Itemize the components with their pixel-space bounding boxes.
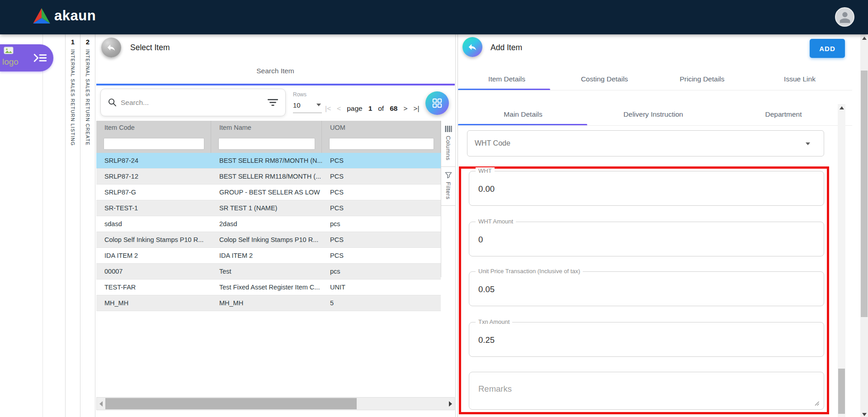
table-cell: BEST SELLER RM87/MONTH (N... — [211, 157, 322, 164]
user-avatar[interactable] — [835, 7, 854, 27]
header-item-name[interactable]: Item Name — [211, 121, 322, 134]
tab-issue-link[interactable]: Issue Link — [751, 72, 849, 90]
table-cell: SRLP87-24 — [96, 157, 211, 164]
item-name-filter-input[interactable] — [218, 138, 315, 150]
field-txn-amount[interactable]: Txn Amount0.25 — [469, 322, 824, 357]
tab-item-details[interactable]: Item Details — [458, 72, 556, 90]
resize-handle-icon[interactable] — [814, 401, 820, 406]
table-row-sr-test-1[interactable]: SR-TEST-1SR TEST 1 (NAME)PCS — [96, 200, 441, 216]
workspace-tab-number: 1 — [66, 34, 80, 46]
scroll-up-button[interactable] — [840, 106, 844, 109]
scroll-right-button[interactable] — [446, 398, 454, 410]
table-row-colop-self-inking-stamps-p10-r[interactable]: Colop Self Inking Stamps P10 R...Colop S… — [96, 232, 441, 248]
columns-control[interactable]: Columns — [445, 125, 452, 161]
table-cell: SR TEST 1 (NAME) — [211, 204, 322, 212]
of-word: of — [378, 104, 384, 113]
tab-search-item[interactable]: Search Item — [95, 67, 455, 75]
last-page-button[interactable]: >| — [414, 104, 420, 113]
table-cell: GROUP - BEST SELLER AS LOW ... — [211, 189, 322, 196]
grid-view-button[interactable] — [425, 91, 449, 115]
brand-logo: akaun — [33, 8, 96, 24]
table-cell: SR-TEST-1 — [96, 204, 211, 212]
tab-pricing-details[interactable]: Pricing Details — [653, 72, 751, 90]
field-label: Unit Price Transaction (Inclusive of tax… — [476, 268, 583, 275]
table-cell: 2dasd — [211, 220, 322, 227]
tenant-logo-chip[interactable]: logo — [0, 44, 53, 71]
subtab-delivery-instruction[interactable]: Delivery Instruction — [588, 110, 718, 118]
table-cell: UNIT — [322, 284, 441, 291]
field-unit-price-transaction-inclusive-of-tax[interactable]: Unit Price Transaction (Inclusive of tax… — [469, 271, 824, 306]
add-item-panel: Add Item ADD Item DetailsCosting Details… — [458, 34, 868, 417]
rows-value: 10 — [293, 101, 301, 109]
workspace-tab-label: INTERNAL SALES RETURN LISTING — [70, 49, 75, 146]
triangle-left-icon — [99, 401, 103, 407]
add-button[interactable]: ADD — [810, 39, 845, 58]
subtab-department[interactable]: Department — [718, 110, 849, 118]
panel-scrollbar[interactable] — [838, 104, 845, 417]
workspace-tab-create[interactable]: 2 INTERNAL SALES RETURN CREATE — [80, 34, 95, 417]
table-filter-row — [96, 134, 441, 153]
filters-control[interactable]: Filters — [445, 172, 452, 199]
table-row-srlp87-12[interactable]: SRLP87-12BEST SELLER RM118/MONTH (...PCS — [96, 169, 441, 185]
first-page-button[interactable]: |< — [325, 104, 331, 113]
remarks-textarea[interactable] — [469, 372, 824, 409]
table-cell: PCS — [322, 173, 441, 180]
table-row-test-far[interactable]: TEST-FARTest Fixed Asset Register Item C… — [96, 280, 441, 295]
table-cell: Test Fixed Asset Register Item C... — [211, 284, 322, 291]
next-page-button[interactable]: > — [403, 104, 407, 113]
columns-label: Columns — [445, 136, 452, 161]
table-row-srlp87-g[interactable]: SRLP87-GGROUP - BEST SELLER AS LOW ...PC… — [96, 185, 441, 200]
horizontal-scrollbar[interactable] — [96, 397, 455, 410]
active-tab-underline — [96, 84, 455, 85]
divider — [441, 205, 455, 206]
divider — [441, 166, 455, 167]
scroll-up-button[interactable] — [862, 37, 867, 40]
rows-label: Rows — [293, 91, 323, 98]
table-row-srlp87-24[interactable]: SRLP87-24BEST SELLER RM87/MONTH (N...PCS — [96, 153, 441, 169]
table-row-00007[interactable]: 00007Testpcs — [96, 264, 441, 280]
app-window: akaun logo $ — [0, 0, 868, 417]
scrollbar-thumb[interactable] — [861, 71, 868, 317]
scrollbar-thumb[interactable] — [838, 369, 845, 414]
top-navbar: akaun — [0, 0, 868, 34]
field-wht[interactable]: WHT0.00 — [469, 171, 824, 206]
workspace-tab-listing[interactable]: 1 INTERNAL SALES RETURN LISTING — [65, 34, 80, 417]
scroll-down-button[interactable] — [862, 413, 867, 416]
table-cell: MH_MH — [96, 299, 211, 307]
item-code-filter-input[interactable] — [104, 138, 204, 150]
uom-filter-input[interactable] — [329, 138, 434, 150]
table-side-controls: Columns Filters — [441, 121, 455, 277]
field-value: 0.25 — [478, 335, 495, 345]
search-input[interactable] — [121, 99, 268, 107]
back-button[interactable] — [101, 38, 121, 57]
header-uom[interactable]: UOM — [322, 121, 441, 134]
sidebar-collapse-icon[interactable] — [33, 53, 47, 63]
field-wht-amount[interactable]: WHT Amount0 — [469, 222, 824, 256]
subtab-main-details[interactable]: Main Details — [458, 110, 588, 118]
filter-funnel-icon — [445, 172, 452, 179]
tab-costing-details[interactable]: Costing Details — [556, 72, 653, 90]
table-row-mh-mh[interactable]: MH_MHMH_MH5 — [96, 295, 441, 311]
page-scrollbar[interactable] — [860, 34, 868, 417]
table-row-sdasd[interactable]: sdasd2dasdpcs — [96, 216, 441, 232]
table-row-ida-item-2[interactable]: IDA ITEM 2IDA ITEM 2PCS — [96, 248, 441, 264]
page-word: page — [347, 104, 362, 113]
field-label: WHT Amount — [476, 218, 516, 225]
highlighted-region: WHT0.00WHT Amount0Unit Price Transaction… — [459, 166, 829, 414]
prev-page-button[interactable]: < — [337, 104, 341, 113]
filter-list-icon[interactable] — [268, 99, 278, 106]
back-button[interactable] — [462, 37, 482, 57]
back-arrow-icon — [467, 42, 477, 52]
table-cell: pcs — [322, 220, 441, 227]
table-cell: PCS — [322, 157, 441, 164]
left-sidebar — [0, 34, 43, 417]
header-item-code[interactable]: Item Code — [96, 121, 211, 134]
scroll-left-button[interactable] — [97, 398, 105, 410]
field-label: WHT — [476, 167, 495, 174]
broken-image-icon — [3, 47, 14, 56]
scrollbar-thumb[interactable] — [105, 398, 357, 409]
wht-code-select[interactable]: WHT Code — [467, 130, 824, 156]
chevron-down-icon — [316, 104, 321, 106]
rows-select[interactable]: 10 — [293, 101, 322, 113]
table-cell: Test — [211, 268, 322, 275]
